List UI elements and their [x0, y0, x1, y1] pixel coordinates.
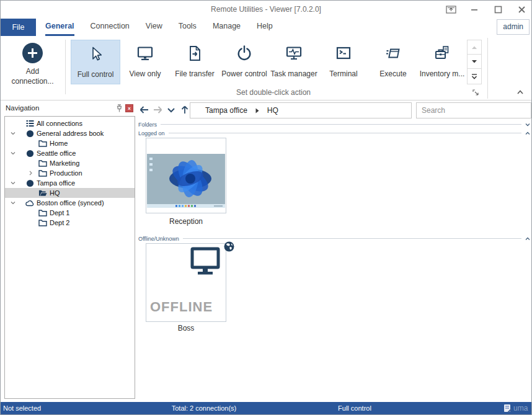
toolbox-icon — [433, 45, 451, 65]
tree-item-dept-1[interactable]: Dept 1 — [5, 208, 135, 218]
chevron-down-icon[interactable] — [10, 200, 16, 206]
scroll-down-icon[interactable] — [468, 55, 481, 69]
tree-item-home[interactable]: Home — [5, 138, 135, 148]
dialog-launcher-icon[interactable] — [471, 88, 480, 97]
tree-item-all-connections[interactable]: All connections — [5, 118, 135, 128]
navigation-panel: Navigation x All connections General add… — [2, 102, 135, 399]
selection-status: Not selected — [3, 404, 41, 412]
tree-item-production[interactable]: Production — [5, 168, 135, 178]
admin-user-button[interactable]: admin — [497, 19, 530, 35]
search-input[interactable] — [417, 103, 531, 118]
tree-item-label: HQ — [50, 189, 60, 197]
tab-manage[interactable]: Manage — [213, 18, 241, 36]
ribbon-separator — [487, 38, 488, 99]
add-connection-label-line1: Add — [1, 66, 64, 76]
maximize-icon[interactable] — [490, 4, 505, 15]
section-folders[interactable]: Folders — [138, 121, 530, 128]
tree-item-label: Dept 1 — [50, 209, 69, 216]
add-connection-label-line2: connection... — [1, 76, 64, 86]
tab-tools[interactable]: Tools — [179, 18, 197, 36]
navigation-title: Navigation — [6, 104, 39, 112]
breadcrumb-item[interactable]: Tampa office — [205, 106, 247, 115]
monitor-icon — [190, 247, 221, 279]
connection-card-reception[interactable] — [146, 138, 226, 213]
ribbon-button-terminal[interactable]: Terminal — [319, 40, 368, 84]
tree-item-marketing[interactable]: Marketing — [5, 158, 135, 168]
back-arrow-icon[interactable] — [137, 103, 151, 117]
section-offline-unknown[interactable]: Offline/Unknown — [138, 235, 530, 242]
tree-item-label: Production — [50, 169, 82, 177]
collapse-ribbon-icon[interactable] — [514, 87, 526, 97]
chevron-down-icon[interactable] — [10, 130, 16, 136]
viewer-window: Remote Utilities - Viewer [7.0.2.0] File… — [0, 0, 532, 415]
status-bar: Not selected Total: 2 connection(s) Full… — [1, 402, 531, 415]
chevron-up-icon[interactable] — [525, 237, 530, 241]
tree-item-label: General address book — [37, 130, 104, 137]
address-book-icon — [25, 130, 34, 138]
forward-arrow-icon[interactable] — [151, 103, 164, 117]
history-dropdown-icon[interactable] — [164, 103, 178, 117]
chevron-down-icon[interactable] — [10, 180, 16, 186]
monitor-icon — [136, 45, 154, 65]
ribbon-button-full-control[interactable]: Full control — [71, 40, 120, 84]
connection-name: Boss — [146, 324, 226, 332]
minimize-icon[interactable] — [467, 4, 482, 15]
tree-item-seattle-office[interactable]: Seattle office — [5, 148, 135, 158]
ribbon-button-view-only[interactable]: View only — [120, 40, 170, 84]
chevron-down-icon[interactable] — [10, 150, 16, 156]
tree-item-label: Seattle office — [37, 149, 76, 157]
tree-item-label: All connections — [37, 120, 82, 127]
folder-open-icon — [38, 189, 47, 197]
tree-item-dept-2[interactable]: Dept 2 — [5, 218, 135, 228]
folder-icon — [38, 140, 47, 148]
tree-item-label: Dept 2 — [50, 219, 69, 226]
folder-icon — [38, 159, 47, 167]
chevron-right-icon[interactable] — [27, 170, 33, 176]
breadcrumb-item[interactable]: HQ — [267, 106, 278, 115]
tab-help[interactable]: Help — [257, 18, 273, 36]
pin-icon[interactable] — [114, 104, 124, 113]
ribbon-button-power-control[interactable]: Power control — [219, 40, 269, 84]
watermark-text: uma — [513, 404, 528, 413]
connection-name: Reception — [146, 217, 226, 226]
tree-item-label: Tampa office — [37, 179, 75, 187]
search-box — [416, 102, 531, 118]
offline-status-label: OFFLINE — [150, 299, 213, 315]
section-logged-on[interactable]: Logged on — [138, 130, 530, 136]
tree-item-tampa-office[interactable]: Tampa office — [5, 178, 135, 188]
chevron-down-icon[interactable] — [525, 123, 530, 127]
scroll-up-icon[interactable] — [468, 40, 481, 55]
close-panel-icon[interactable]: x — [125, 104, 133, 112]
tree-item-general-address-book[interactable]: General address book — [5, 128, 135, 138]
folder-icon — [38, 209, 47, 217]
ribbon-button-task-manager[interactable]: Task manager — [269, 40, 319, 84]
tree-item-label: Boston office (synced) — [37, 199, 104, 207]
ribbon-toggle-icon[interactable] — [443, 4, 458, 15]
file-tab[interactable]: File — [1, 19, 36, 36]
add-connection-button[interactable]: Add connection... — [1, 39, 64, 97]
tab-view[interactable]: View — [146, 18, 162, 36]
list-icon — [25, 120, 34, 128]
breadcrumb-separator-icon — [255, 108, 259, 114]
group-caption: Set double-click action — [66, 86, 481, 99]
tree-item-hq[interactable]: HQ — [5, 188, 135, 198]
file-arrow-icon — [186, 45, 203, 65]
folder-icon — [38, 169, 47, 177]
tab-general[interactable]: General — [45, 18, 74, 36]
address-book-icon — [25, 149, 34, 158]
ribbon-button-inventory-manager[interactable]: Inventory m... — [418, 40, 466, 84]
breadcrumb[interactable]: Tampa office HQ — [190, 102, 412, 118]
power-icon — [236, 45, 253, 65]
chevron-up-icon[interactable] — [525, 132, 530, 135]
tab-connection[interactable]: Connection — [91, 18, 130, 36]
ribbon-button-file-transfer[interactable]: File transfer — [170, 40, 219, 84]
navigation-tree: All connections General address book Hom… — [4, 116, 135, 399]
tree-item-boston-office[interactable]: Boston office (synced) — [5, 198, 135, 208]
plus-circle-icon — [22, 43, 43, 63]
connection-card-boss[interactable]: OFFLINE — [146, 243, 226, 322]
run-window-icon — [384, 45, 402, 65]
folder-icon — [38, 219, 47, 227]
ribbon-button-execute[interactable]: Execute — [368, 40, 418, 84]
close-icon[interactable] — [514, 4, 529, 15]
scroll-expand-icon[interactable] — [468, 69, 481, 84]
